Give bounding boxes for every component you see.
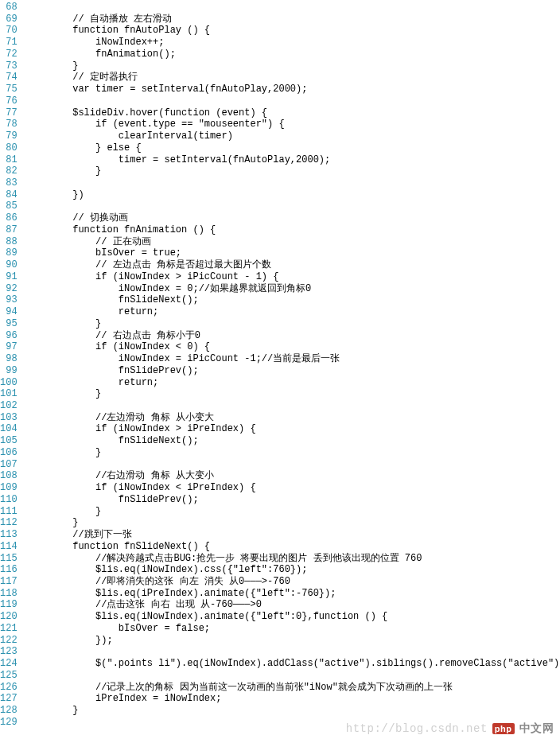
code-content: // 自动播放 左右滑动 function fnAutoPlay () { iN… [22, 0, 560, 739]
code-editor: 68 69 70 71 72 73 74 75 76 77 78 79 80 8… [0, 0, 560, 739]
line-number-gutter: 68 69 70 71 72 73 74 75 76 77 78 79 80 8… [0, 0, 22, 739]
